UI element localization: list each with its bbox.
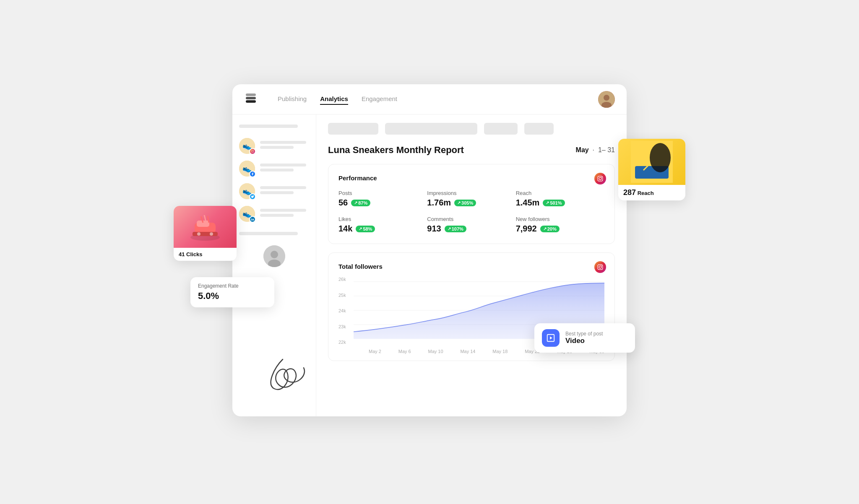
clicks-image	[174, 206, 237, 248]
best-post-icon	[542, 329, 560, 347]
x-label-may2: May 2	[369, 349, 381, 354]
y-label-22k: 22k	[338, 340, 354, 345]
tab-analytics[interactable]: Analytics	[320, 94, 348, 105]
toolbar-skeleton	[328, 123, 615, 135]
sidebar-account-lines	[260, 141, 309, 151]
metric-impressions-label: Impressions	[427, 190, 515, 196]
clicks-label: 41 Clicks	[174, 248, 237, 261]
metric-new-followers: New followers 7,992 20%	[516, 216, 604, 234]
metric-impressions-value: 1.76m	[427, 198, 451, 208]
y-label-24k: 24k	[338, 308, 354, 313]
metric-likes: Likes 14k 58%	[338, 216, 427, 234]
metric-reach-value: 1.45m	[516, 198, 540, 208]
svg-point-23	[601, 177, 602, 178]
performance-instagram-icon	[594, 173, 606, 184]
svg-point-22	[599, 177, 601, 180]
reach-label: 287 Reach	[618, 185, 685, 200]
svg-point-42	[650, 143, 671, 172]
metric-reach-badge: 501%	[543, 200, 565, 206]
engagement-label: Engagement Rate	[198, 283, 267, 289]
sidebar-bottom-skeleton	[239, 232, 298, 235]
sidebar-user-avatar[interactable]	[263, 245, 285, 267]
sidebar-item-linkedin[interactable]: 👟	[239, 206, 309, 222]
svg-point-17	[251, 218, 252, 218]
metric-new-followers-label: New followers	[516, 216, 604, 222]
x-label-may10: May 10	[428, 349, 443, 354]
metric-likes-badge: 58%	[356, 226, 375, 232]
y-label-25k: 25k	[338, 293, 354, 298]
svg-rect-21	[598, 176, 603, 181]
sidebar-item-twitter[interactable]: 👟	[239, 183, 309, 199]
best-post-text: Best type of post Video	[565, 331, 603, 345]
svg-point-9	[252, 151, 253, 152]
metric-posts: Posts 56 87%	[338, 190, 427, 208]
float-card-best-post: Best type of post Video	[534, 323, 635, 353]
metric-new-followers-value: 7,992	[516, 224, 537, 234]
float-card-engagement: Engagement Rate 5.0%	[190, 277, 274, 307]
logo[interactable]	[244, 93, 258, 106]
tab-publishing[interactable]: Publishing	[278, 94, 307, 105]
x-label-may18: May 18	[492, 349, 508, 354]
nav-bar: Publishing Analytics Engagement	[232, 84, 627, 114]
main-content: Luna Sneakers Monthly Report May · 1– 31…	[316, 114, 627, 416]
svg-rect-8	[251, 150, 254, 153]
metric-posts-badge: 87%	[351, 200, 370, 206]
decorative-scribble	[241, 351, 325, 403]
svg-marker-46	[550, 336, 552, 339]
performance-grid: Posts 56 87% Impressions 1.76m 305%	[338, 190, 604, 234]
instagram-badge	[249, 148, 256, 155]
toolbar-pill-4	[524, 123, 554, 135]
x-label-may14: May 14	[460, 349, 475, 354]
metric-reach-label: Reach	[516, 190, 604, 196]
svg-rect-0	[246, 100, 256, 103]
sidebar-account-lines-2	[260, 164, 309, 174]
sidebar-avatar-instagram: 👟	[239, 138, 255, 154]
metric-impressions: Impressions 1.76m 305%	[427, 190, 515, 208]
performance-card: Performance Posts 56 87% Impressions	[328, 164, 615, 244]
svg-point-19	[271, 251, 278, 258]
reach-image	[618, 139, 685, 185]
user-avatar[interactable]	[598, 91, 615, 108]
metric-posts-value: 56	[338, 198, 348, 208]
report-date: May · 1– 31	[576, 146, 615, 154]
svg-point-25	[599, 266, 601, 268]
twitter-badge	[249, 193, 256, 200]
linkedin-badge	[249, 216, 256, 223]
svg-point-26	[601, 265, 602, 266]
sidebar-account-lines-3	[260, 186, 309, 196]
reach-image-svg	[631, 141, 673, 183]
metric-posts-label: Posts	[338, 190, 427, 196]
svg-point-10	[253, 151, 253, 151]
metric-comments-label: Comments	[427, 216, 515, 222]
sidebar-item-facebook[interactable]: 👟	[239, 161, 309, 177]
shoe-image-svg	[188, 210, 222, 244]
tab-engagement[interactable]: Engagement	[362, 94, 397, 105]
svg-rect-34	[193, 232, 218, 236]
toolbar-pill-3	[484, 123, 518, 135]
report-header: Luna Sneakers Monthly Report May · 1– 31	[328, 145, 615, 156]
performance-title: Performance	[338, 174, 604, 182]
svg-rect-1	[246, 97, 256, 99]
chart-instagram-icon	[594, 261, 606, 273]
svg-point-35	[197, 232, 200, 236]
x-label-may6: May 6	[398, 349, 411, 354]
y-label-26k: 26k	[338, 277, 354, 282]
svg-point-4	[604, 95, 609, 101]
sidebar-item-instagram[interactable]: 👟	[239, 138, 309, 154]
toolbar-pill-1	[328, 123, 378, 135]
float-card-reach: 287 Reach	[618, 139, 685, 200]
sidebar-search-skeleton	[239, 125, 298, 128]
svg-rect-24	[598, 265, 603, 270]
metric-likes-value: 14k	[338, 224, 352, 234]
toolbar-pill-2	[385, 123, 477, 135]
metric-new-followers-badge: 20%	[540, 226, 560, 232]
sidebar-account-lines-4	[260, 209, 309, 219]
chart-title: Total followers	[338, 263, 604, 270]
report-title: Luna Sneakers Monthly Report	[328, 145, 464, 156]
best-post-label: Best type of post	[565, 331, 603, 337]
svg-point-36	[210, 232, 213, 236]
facebook-badge	[249, 171, 256, 177]
metric-comments: Comments 913 107%	[427, 216, 515, 234]
metric-comments-value: 913	[427, 224, 441, 234]
metric-comments-badge: 107%	[445, 226, 466, 232]
